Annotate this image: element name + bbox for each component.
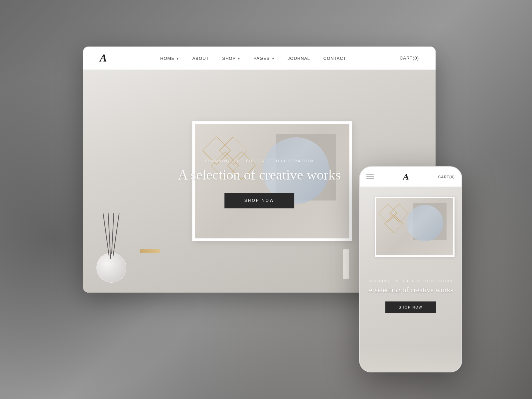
nav-link-pages[interactable]: PAGES ▾ [253, 56, 274, 61]
mobile-marble-circle [407, 205, 443, 241]
nav-link-about[interactable]: ABOUT [192, 56, 209, 61]
nav-item-home[interactable]: HOME ▾ [160, 55, 179, 61]
mobile-hero: SPANNING THE FIELDS OF ILLUSTRATION A se… [360, 187, 462, 372]
mobile-mockup: A CART(0) [359, 166, 462, 372]
mobile-hero-content: SPANNING THE FIELDS OF ILLUSTRATION A se… [367, 279, 454, 313]
nav-item-journal[interactable]: JOURNAL [288, 55, 310, 61]
mobile-hero-subtitle: SPANNING THE FIELDS OF ILLUSTRATION [367, 279, 454, 283]
nav-item-shop[interactable]: SHOP ▾ [222, 55, 240, 61]
mobile-notch [397, 167, 424, 174]
desktop-hero-subtitle: SPANNING THE FIELDS OF ILLUSTRATION [178, 159, 341, 163]
desktop-nav-links: HOME ▾ ABOUT SHOP ▾ PAGES ▾ [160, 55, 346, 61]
nav-item-contact[interactable]: CONTACT [324, 55, 346, 61]
desktop-shop-now-button[interactable]: SHOP NOW [224, 193, 294, 208]
mobile-hero-title: A selection of creative works [367, 285, 454, 295]
nav-link-contact[interactable]: CONTACT [324, 56, 346, 61]
hamburger-menu-icon[interactable] [366, 175, 374, 179]
desktop-hero-content: SPANNING THE FIELDS OF ILLUSTRATION A se… [178, 159, 341, 208]
home-dropdown-arrow: ▾ [177, 57, 179, 61]
incense-sticks [103, 213, 120, 273]
nav-link-shop[interactable]: SHOP ▾ [222, 56, 240, 61]
mobile-cart[interactable]: CART(0) [438, 175, 455, 179]
mobile-artwork-inner [376, 198, 453, 255]
desktop-logo: A [100, 52, 107, 64]
desktop-cart[interactable]: CART(0) [400, 56, 419, 61]
nav-link-home[interactable]: HOME ▾ [160, 56, 179, 61]
mobile-bottom-decor [360, 346, 462, 372]
nav-item-pages[interactable]: PAGES ▾ [253, 55, 274, 61]
nav-item-about[interactable]: ABOUT [192, 55, 209, 61]
nav-link-journal[interactable]: JOURNAL [288, 56, 310, 61]
scene-container: A HOME ▾ ABOUT SHOP ▾ [83, 47, 449, 352]
desktop-hero-title: A selection of creative works [178, 167, 341, 183]
candle [343, 249, 349, 279]
mobile-artwork-frame [375, 197, 455, 257]
shop-dropdown-arrow: ▾ [238, 57, 240, 61]
desktop-navbar: A HOME ▾ ABOUT SHOP ▾ [83, 47, 436, 70]
mobile-shop-now-button[interactable]: SHOP NOW [385, 301, 436, 313]
pages-dropdown-arrow: ▾ [272, 57, 274, 61]
gold-bar [140, 249, 160, 253]
